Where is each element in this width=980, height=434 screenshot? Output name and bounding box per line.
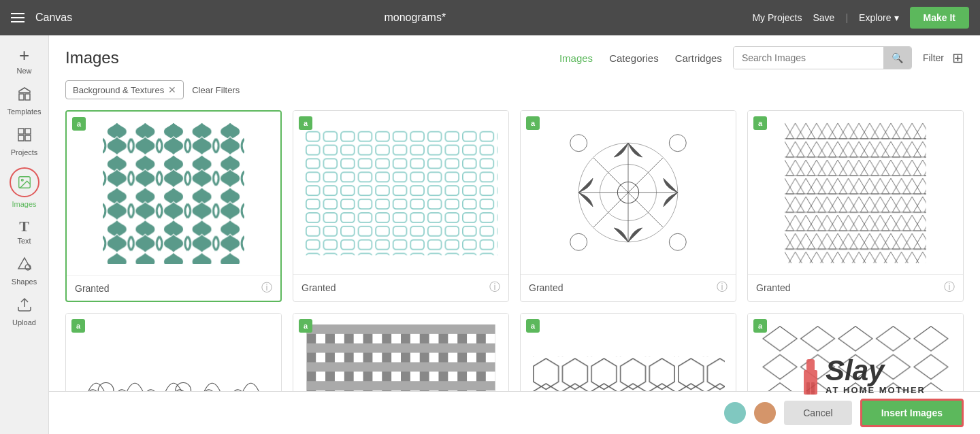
sidebar-item-images[interactable]: Images (3, 162, 46, 214)
image-status-3: Granted (529, 282, 564, 293)
svg-point-21 (570, 233, 587, 250)
shapes-icon (16, 256, 33, 275)
sidebar: + New Templates Projects (0, 35, 49, 434)
image-badge-7: a (526, 319, 540, 333)
sidebar-item-templates[interactable]: Templates (3, 80, 46, 121)
search-box: 🔍 (733, 46, 912, 69)
top-navigation: Canvas monograms* My Projects Save | Exp… (0, 0, 980, 35)
image-badge-2: a (299, 116, 312, 130)
images-nav: Images Categories Cartridges (559, 52, 722, 64)
new-icon: + (19, 46, 29, 64)
color-swatch-2[interactable] (754, 402, 776, 424)
svg-rect-5 (25, 135, 31, 141)
filter-tag-close[interactable]: ✕ (168, 84, 176, 95)
svg-rect-27 (785, 122, 926, 263)
sidebar-item-templates-label: Templates (7, 107, 41, 116)
svg-rect-4 (18, 135, 24, 141)
sidebar-item-new[interactable]: + New (3, 41, 46, 80)
image-badge-1: a (72, 117, 86, 131)
svg-rect-10 (103, 122, 244, 264)
svg-point-19 (570, 135, 587, 152)
explore-button[interactable]: Explore ▾ (859, 12, 898, 23)
svg-rect-1 (25, 94, 30, 100)
sidebar-item-upload-label: Upload (12, 318, 36, 327)
save-link[interactable]: Save (813, 12, 835, 23)
image-badge-4: a (753, 116, 767, 130)
image-card-1[interactable]: a Granted ⓘ (65, 110, 282, 302)
projects-icon (16, 127, 33, 146)
filter-tag-label: Background & Textures (73, 85, 164, 95)
image-card-footer-4: Granted ⓘ (748, 274, 963, 300)
nav-categories[interactable]: Categories (609, 52, 659, 64)
image-card-4[interactable]: a Granted ⓘ (747, 110, 964, 302)
project-title: monograms* (88, 12, 741, 24)
image-card-img-2 (293, 111, 508, 274)
search-input[interactable] (734, 47, 883, 69)
nav-cartridges[interactable]: Cartridges (675, 52, 722, 64)
sidebar-item-upload[interactable]: Upload (3, 291, 46, 332)
image-badge-3: a (526, 116, 540, 130)
main-content: Images Images Categories Cartridges 🔍 Fi… (49, 35, 980, 434)
nav-separator: | (845, 12, 848, 23)
filter-button[interactable]: Filter (923, 52, 944, 63)
image-status-4: Granted (756, 282, 791, 293)
image-badge-6: a (299, 319, 312, 333)
sidebar-item-text[interactable]: T Text (3, 214, 46, 250)
canvas-label: Canvas (35, 12, 72, 24)
sidebar-item-shapes[interactable]: Shapes (3, 250, 46, 291)
insert-images-button[interactable]: Insert Images (860, 399, 964, 427)
search-button[interactable]: 🔍 (883, 47, 911, 69)
image-card-img-3 (521, 111, 736, 274)
text-icon: T (19, 219, 29, 234)
svg-rect-0 (19, 94, 24, 100)
images-title: Images (65, 48, 119, 67)
templates-icon (16, 86, 33, 105)
image-card-footer-3: Granted ⓘ (521, 274, 736, 300)
svg-rect-2 (18, 129, 24, 134)
svg-rect-12 (304, 130, 497, 256)
grid-view-button[interactable]: ⊞ (952, 50, 964, 66)
images-header: Images Images Categories Cartridges 🔍 Fi… (65, 46, 964, 69)
clear-filters-link[interactable]: Clear Filters (192, 85, 240, 95)
image-card-footer-2: Granted ⓘ (293, 274, 508, 300)
chevron-down-icon: ▾ (894, 12, 899, 23)
my-projects-link[interactable]: My Projects (752, 12, 802, 23)
image-badge-8: a (753, 319, 767, 333)
svg-point-22 (669, 233, 686, 250)
info-icon-1[interactable]: ⓘ (261, 281, 272, 295)
cancel-button[interactable]: Cancel (784, 401, 852, 425)
svg-rect-3 (25, 129, 31, 134)
make-it-button[interactable]: Make It (910, 7, 969, 29)
image-card-3[interactable]: a (520, 110, 736, 302)
image-card-footer-1: Granted ⓘ (67, 275, 280, 301)
info-icon-4[interactable]: ⓘ (944, 280, 955, 295)
svg-point-20 (669, 135, 686, 152)
info-icon-3[interactable]: ⓘ (717, 280, 728, 295)
hamburger-menu[interactable] (11, 13, 24, 22)
nav-right-area: My Projects Save | Explore ▾ Make It (752, 7, 969, 29)
image-card-img-1 (67, 112, 280, 275)
info-icon-2[interactable]: ⓘ (489, 280, 500, 295)
sidebar-item-projects[interactable]: Projects (3, 121, 46, 162)
sidebar-item-images-label: Images (12, 200, 36, 208)
svg-point-7 (21, 179, 23, 181)
sidebar-item-projects-label: Projects (11, 148, 38, 156)
nav-images[interactable]: Images (559, 52, 593, 64)
image-status-2: Granted (301, 282, 336, 293)
upload-icon (16, 297, 33, 316)
image-card-img-4 (748, 111, 963, 274)
image-badge-5: a (71, 319, 85, 333)
bottom-bar: Cancel Insert Images (49, 391, 980, 434)
images-icon-circle (10, 167, 39, 197)
sidebar-item-text-label: Text (17, 237, 31, 245)
filter-tags-area: Background & Textures ✕ Clear Filters (65, 80, 964, 99)
sidebar-item-shapes-label: Shapes (12, 278, 37, 286)
image-card-2[interactable]: a Granted ⓘ (293, 110, 509, 302)
color-swatch-1[interactable] (724, 402, 746, 424)
active-filter-tag: Background & Textures ✕ (65, 80, 184, 99)
sidebar-item-new-label: New (16, 67, 31, 75)
image-grid: a Granted ⓘ (65, 110, 964, 302)
image-status-1: Granted (75, 283, 110, 294)
search-icon: 🔍 (892, 52, 903, 63)
